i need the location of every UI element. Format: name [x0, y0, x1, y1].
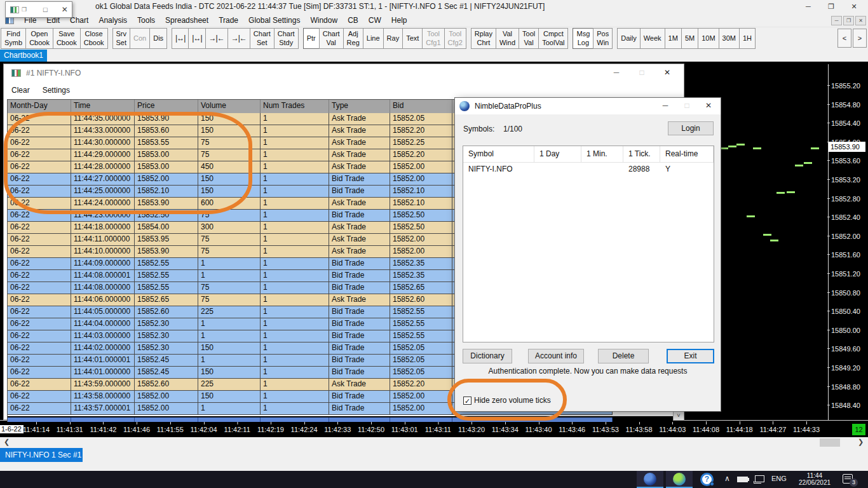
menu-tools[interactable]: Tools — [132, 14, 160, 27]
toolbar-button-tool-cfg1[interactable]: Tool Cfg1 — [422, 28, 444, 49]
scroll-down-arrow[interactable]: ˅ — [673, 411, 684, 421]
exit-button[interactable]: Exit — [667, 349, 714, 363]
list-column-real-time[interactable]: Real-time — [660, 146, 714, 162]
column-header-type[interactable]: Type — [329, 100, 390, 113]
minimize-icon[interactable]: ─ — [797, 0, 820, 13]
list-column-1-day[interactable]: 1 Day — [534, 146, 581, 162]
toolbar-button-icon[interactable]: |↔| — [172, 28, 189, 49]
minimize-icon[interactable]: ─ — [654, 98, 676, 114]
mdi-close-icon[interactable]: ✕ — [855, 16, 866, 25]
menu-window[interactable]: Window — [305, 14, 342, 27]
menu-spreadsheet[interactable]: Spreadsheet — [160, 14, 214, 27]
toolbar-button-icon[interactable]: →|← — [227, 28, 250, 49]
network-icon[interactable] — [755, 475, 764, 482]
toolbar-button-rplay-chrt[interactable]: Rplay Chrt — [471, 28, 496, 49]
toolbar-button-week[interactable]: Week — [640, 28, 665, 49]
menu-cw[interactable]: CW — [363, 14, 386, 27]
clock[interactable]: 11:44 22/06/2021 — [793, 472, 836, 486]
menu-clear[interactable]: Clear — [11, 86, 30, 95]
scroll-right-icon[interactable]: ❯ — [858, 438, 864, 446]
close-icon[interactable]: ✕ — [698, 98, 719, 114]
mdi-minimize-icon[interactable]: ─ — [831, 16, 842, 25]
maximize-icon[interactable]: □ — [43, 6, 48, 13]
tab-chartbook1[interactable]: Chartbook1 — [0, 50, 47, 62]
toolbar-button-tool-val[interactable]: Tool Val — [519, 28, 539, 49]
toolbar-button-chart-set[interactable]: Chart Set — [250, 28, 275, 49]
minimize-icon[interactable]: ─ — [604, 65, 629, 79]
toolbar-button-5m[interactable]: 5M — [681, 28, 698, 49]
toolbar-button-line[interactable]: Line — [363, 28, 384, 49]
toolbar-button-icon[interactable]: →|← — [205, 28, 228, 49]
hide-zero-volume-checkbox[interactable]: ✓ — [463, 396, 471, 405]
column-header-num-trades[interactable]: Num Trades — [261, 100, 329, 113]
menu-help[interactable]: Help — [386, 14, 412, 27]
close-icon[interactable]: ✕ — [62, 5, 68, 14]
list-column-1-tick[interactable]: 1 Tick. — [623, 146, 660, 162]
taskbar-app-2[interactable] — [666, 471, 693, 488]
toolbar-button-chart-val[interactable]: Chart Val — [319, 28, 344, 49]
list-column-1-min[interactable]: 1 Min. — [581, 146, 623, 162]
toolbar-scroll-left-button[interactable]: < — [837, 29, 851, 48]
close-icon[interactable]: ✕ — [843, 0, 865, 13]
toolbar-button-1h[interactable]: 1H — [739, 28, 756, 49]
toolbar-button-pos-win[interactable]: Pos Win — [593, 28, 613, 49]
menu-settings[interactable]: Settings — [43, 86, 70, 95]
login-button[interactable]: Login — [668, 121, 714, 135]
toolbar-button-ray[interactable]: Ray — [383, 28, 403, 49]
cell: 15852.55 — [390, 318, 452, 330]
column-header-bid[interactable]: Bid — [390, 100, 452, 113]
battery-icon[interactable] — [737, 477, 748, 482]
dialog-titlebar[interactable]: NimbleDataProPlus ─ □ ✕ — [455, 98, 721, 114]
toolbar-button-cmpct-toolval[interactable]: Cmpct ToolVal — [538, 28, 568, 49]
close-icon[interactable]: ✕ — [654, 65, 680, 79]
symbol-list[interactable]: Symbol1 Day1 Min.1 Tick.Real-time NIFTY-… — [463, 146, 714, 342]
toolbar-button-srv-set[interactable]: Srv Set — [112, 28, 131, 49]
horizontal-scrollbar-row[interactable]: ❮ ❯ — [0, 437, 868, 448]
column-header-volume[interactable]: Volume — [198, 100, 261, 113]
column-header-month-day[interactable]: Month-Day — [8, 100, 71, 113]
toolbar-button-tool-cfg2[interactable]: Tool Cfg2 — [444, 28, 466, 49]
mdi-restore-icon[interactable]: ❐ — [843, 16, 854, 25]
toolbar-button-open-cbook[interactable]: Open Cbook — [25, 28, 53, 49]
toolbar-button-con[interactable]: Con — [130, 28, 150, 49]
list-column-symbol[interactable]: Symbol — [463, 146, 534, 162]
toolbar-scroll-right-button[interactable]: > — [853, 29, 867, 48]
toolbar-button-daily[interactable]: Daily — [617, 28, 640, 49]
menu-global-settings[interactable]: Global Settings — [243, 14, 305, 27]
menu-analysis[interactable]: Analysis — [93, 14, 132, 27]
toolbar-button-msg-log[interactable]: Msg Log — [573, 28, 593, 49]
toolbar-button-30m[interactable]: 30M — [719, 28, 740, 49]
delete-button[interactable]: Delete — [598, 349, 649, 363]
scroll-left-icon[interactable]: ❮ — [4, 438, 10, 446]
restore-icon[interactable]: ❐ — [22, 6, 27, 13]
mini-floating-window[interactable]: ❐ □ ✕ — [5, 1, 72, 18]
chart-data-window-titlebar[interactable]: #1 NIFTY-I.NFO ─ □ ✕ — [4, 64, 684, 82]
toolbar-button-1m[interactable]: 1M — [665, 28, 682, 49]
maximize-icon[interactable]: □ — [629, 65, 654, 79]
language-indicator[interactable]: ENG — [771, 475, 787, 482]
tab-nifty-chart[interactable]: NIFTY-I.NFO 1 Sec #1 — [0, 448, 83, 462]
time-axis[interactable]: 1-6-22 12 11:41:1411:41:3111:41:4211:41:… — [0, 421, 868, 437]
toolbar-button-val-wind[interactable]: Val Wind — [496, 28, 519, 49]
toolbar-button-find-symb[interactable]: Find Symb — [1, 28, 26, 49]
restore-icon[interactable]: ❐ — [820, 0, 843, 13]
account-info-button[interactable]: Account info — [528, 349, 584, 363]
taskbar-app-1[interactable] — [637, 471, 663, 488]
dictionary-button[interactable]: Dictionary — [463, 349, 512, 363]
toolbar-button-dis[interactable]: Dis — [149, 28, 167, 49]
toolbar-button-ptr[interactable]: Ptr — [303, 28, 320, 49]
toolbar-button-icon[interactable]: |↔| — [188, 28, 205, 49]
toolbar-button-chart-stdy[interactable]: Chart Stdy — [274, 28, 299, 49]
menu-trade[interactable]: Trade — [214, 14, 243, 27]
toolbar-button-10m[interactable]: 10M — [698, 28, 719, 49]
toolbar-button-adj-reg[interactable]: Adj Reg — [343, 28, 363, 49]
menu-cb[interactable]: CB — [342, 14, 363, 27]
scrollbar-thumb[interactable] — [820, 438, 840, 447]
toolbar-button-text[interactable]: Text — [402, 28, 423, 49]
toolbar-button-save-cbook[interactable]: Save Cbook — [53, 28, 81, 49]
toolbar-button-close-cbook[interactable]: Close Cbook — [80, 28, 108, 49]
column-header-price[interactable]: Price — [135, 100, 198, 113]
tray-chevron-icon[interactable]: ∧ — [724, 474, 730, 483]
column-header-time[interactable]: Time — [71, 100, 135, 113]
list-row[interactable]: NIFTY-I.NFO28988Y — [463, 163, 714, 177]
